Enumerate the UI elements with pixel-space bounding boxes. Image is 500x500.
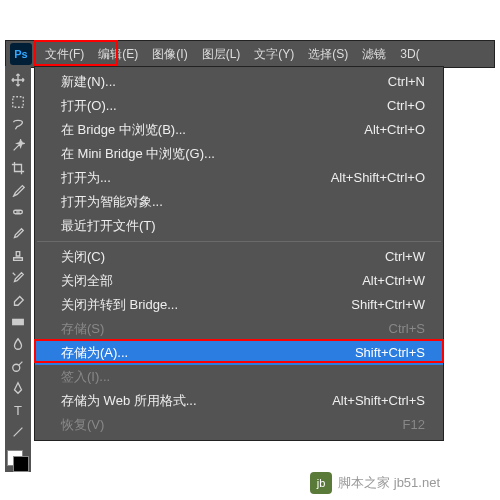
marquee-tool-icon[interactable] (7, 92, 29, 112)
menu-separator (37, 241, 441, 242)
lasso-tool-icon[interactable] (7, 114, 29, 134)
menu-item-label: 恢复(V) (61, 416, 104, 434)
menu-item-shortcut: Alt+Ctrl+O (364, 121, 425, 139)
gradient-tool-icon[interactable] (7, 312, 29, 332)
stamp-tool-icon[interactable] (7, 246, 29, 266)
menu-item-label: 关闭(C) (61, 248, 105, 266)
tools-panel: T (5, 66, 31, 472)
watermark: jb 脚本之家 jb51.net (310, 472, 440, 494)
menu-item-label: 存储(S) (61, 320, 104, 338)
eyedropper-tool-icon[interactable] (7, 180, 29, 200)
menu-item[interactable]: 打开为...Alt+Shift+Ctrl+O (35, 166, 443, 190)
menu-item: 恢复(V)F12 (35, 413, 443, 437)
dodge-tool-icon[interactable] (7, 356, 29, 376)
ps-logo: Ps (10, 43, 32, 65)
menu-item-shortcut: Shift+Ctrl+W (351, 296, 425, 314)
menu-item[interactable]: 关闭并转到 Bridge...Shift+Ctrl+W (35, 293, 443, 317)
menu-item-label: 在 Bridge 中浏览(B)... (61, 121, 186, 139)
menu-file[interactable]: 文件(F) (38, 42, 91, 67)
menu-select[interactable]: 选择(S) (301, 42, 355, 67)
heal-tool-icon[interactable] (7, 202, 29, 222)
menu-item-shortcut: Alt+Shift+Ctrl+S (332, 392, 425, 410)
eraser-tool-icon[interactable] (7, 290, 29, 310)
menu-item-shortcut: Ctrl+N (388, 73, 425, 91)
menu-item-shortcut: Shift+Ctrl+S (355, 344, 425, 362)
menu-item[interactable]: 打开为智能对象... (35, 190, 443, 214)
menu-layer[interactable]: 图层(L) (195, 42, 248, 67)
menu-filter[interactable]: 滤镜 (355, 42, 393, 67)
menu-type[interactable]: 文字(Y) (247, 42, 301, 67)
menu-item-label: 签入(I)... (61, 368, 110, 386)
move-tool-icon[interactable] (7, 70, 29, 90)
background-swatch[interactable] (13, 456, 29, 472)
menu-item[interactable]: 在 Bridge 中浏览(B)...Alt+Ctrl+O (35, 118, 443, 142)
menu-image[interactable]: 图像(I) (145, 42, 194, 67)
menu-item[interactable]: 存储为(A)...Shift+Ctrl+S (35, 341, 443, 365)
menu-item[interactable]: 关闭(C)Ctrl+W (35, 245, 443, 269)
svg-rect-0 (13, 97, 24, 108)
menu-item-shortcut: Alt+Ctrl+W (362, 272, 425, 290)
menu-item-shortcut: Alt+Shift+Ctrl+O (331, 169, 425, 187)
menu-item-label: 存储为 Web 所用格式... (61, 392, 197, 410)
menu-item-label: 最近打开文件(T) (61, 217, 156, 235)
menu-item: 存储(S)Ctrl+S (35, 317, 443, 341)
menu-item-shortcut: Ctrl+S (389, 320, 425, 338)
menubar: Ps 文件(F) 编辑(E) 图像(I) 图层(L) 文字(Y) 选择(S) 滤… (6, 41, 494, 67)
app-window: Ps 文件(F) 编辑(E) 图像(I) 图层(L) 文字(Y) 选择(S) 滤… (5, 40, 495, 68)
menu-item-label: 存储为(A)... (61, 344, 128, 362)
menu-item[interactable]: 关闭全部Alt+Ctrl+W (35, 269, 443, 293)
menu-item-label: 在 Mini Bridge 中浏览(G)... (61, 145, 215, 163)
watermark-text: 脚本之家 jb51.net (338, 474, 440, 492)
path-tool-icon[interactable] (7, 422, 29, 442)
menu-edit[interactable]: 编辑(E) (91, 42, 145, 67)
color-swatches[interactable] (7, 450, 29, 472)
menu-item-label: 关闭并转到 Bridge... (61, 296, 178, 314)
menu-item-shortcut: F12 (403, 416, 425, 434)
file-dropdown-menu: 新建(N)...Ctrl+N打开(O)...Ctrl+O在 Bridge 中浏览… (34, 66, 444, 441)
watermark-icon: jb (310, 472, 332, 494)
blur-tool-icon[interactable] (7, 334, 29, 354)
svg-rect-2 (13, 319, 24, 324)
pen-tool-icon[interactable] (7, 378, 29, 398)
menu-item[interactable]: 最近打开文件(T) (35, 214, 443, 238)
menu-item[interactable]: 新建(N)...Ctrl+N (35, 70, 443, 94)
crop-tool-icon[interactable] (7, 158, 29, 178)
menu-item-label: 新建(N)... (61, 73, 116, 91)
menu-item[interactable]: 在 Mini Bridge 中浏览(G)... (35, 142, 443, 166)
svg-point-3 (13, 364, 20, 371)
wand-tool-icon[interactable] (7, 136, 29, 156)
menu-item-label: 打开为智能对象... (61, 193, 163, 211)
menu-item-label: 关闭全部 (61, 272, 113, 290)
menu-item-label: 打开(O)... (61, 97, 117, 115)
menu-item-shortcut: Ctrl+O (387, 97, 425, 115)
menu-item[interactable]: 打开(O)...Ctrl+O (35, 94, 443, 118)
history-brush-icon[interactable] (7, 268, 29, 288)
menu-item-shortcut: Ctrl+W (385, 248, 425, 266)
type-tool-icon[interactable]: T (7, 400, 29, 420)
menu-item-label: 打开为... (61, 169, 111, 187)
menu-item[interactable]: 存储为 Web 所用格式...Alt+Shift+Ctrl+S (35, 389, 443, 413)
menu-item: 签入(I)... (35, 365, 443, 389)
menu-3d[interactable]: 3D( (393, 43, 426, 65)
brush-tool-icon[interactable] (7, 224, 29, 244)
